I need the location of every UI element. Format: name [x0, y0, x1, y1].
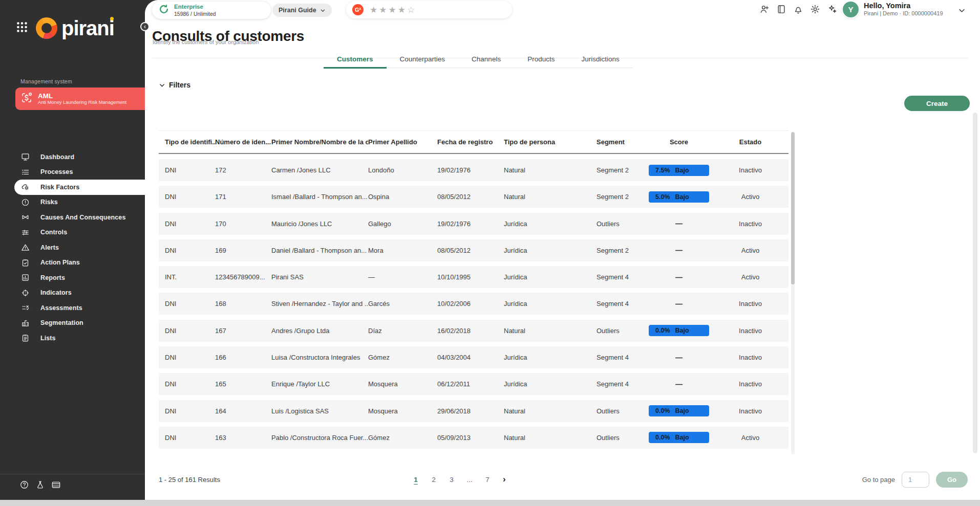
sidebar-item-dashboard[interactable]: Dashboard: [0, 149, 145, 165]
sidebar-item-controls[interactable]: Controls: [0, 225, 145, 240]
pirani-guide-button[interactable]: Pirani Guide: [272, 4, 332, 17]
apps-grid-icon[interactable]: [15, 20, 29, 36]
g2-rating-pill[interactable]: G² ★★★★☆: [346, 1, 512, 18]
table-header: Tipo de identifi...Número de iden...Prim…: [159, 130, 789, 154]
horizontal-scrollbar[interactable]: [0, 500, 980, 506]
create-button[interactable]: Create: [904, 96, 970, 111]
go-button[interactable]: Go: [936, 472, 968, 488]
cell-tipo_id: DNI: [159, 354, 215, 361]
table-row[interactable]: DNI164Luis /Logistica SASMosquera29/06/2…: [159, 400, 789, 422]
score-percent: 7.5%: [655, 167, 670, 174]
sidebar-item-risks[interactable]: Risks: [0, 195, 145, 210]
column-header-6[interactable]: Tipo de persona: [504, 138, 590, 146]
page-scrollbar[interactable]: [973, 113, 977, 453]
column-header-5[interactable]: Fecha de registro: [437, 138, 504, 146]
sidebar-item-processes[interactable]: Processes: [0, 165, 145, 180]
tab-jurisdictions[interactable]: Jurisdictions: [568, 52, 632, 68]
table-scrollbar[interactable]: [791, 132, 795, 454]
page-number-2[interactable]: 2: [430, 476, 437, 483]
tab-channels[interactable]: Channels: [458, 52, 514, 68]
cell-tipo_id: INT.: [159, 273, 215, 281]
card-icon[interactable]: [51, 480, 61, 492]
help-icon[interactable]: [19, 480, 29, 492]
cell-numero: 123456789009...: [215, 273, 271, 281]
column-header-3[interactable]: Primer Nombre/Nombre de la o...: [271, 138, 368, 146]
page-subtitle: Identify the customers of your organizat…: [153, 39, 259, 45]
table-row[interactable]: DNI172Carmen /Jones LLCLondoño19/02/1976…: [159, 159, 789, 181]
cell-numero: 165: [215, 380, 271, 388]
sidebar-item-alerts[interactable]: Alerts: [0, 240, 145, 255]
table-row[interactable]: DNI168Stiven /Hernandez - Taylor and ...…: [159, 293, 789, 315]
person-add-icon[interactable]: [759, 4, 770, 14]
sidebar-item-risk-factors[interactable]: Risk Factors: [14, 180, 145, 195]
table-row[interactable]: DNI165Enrique /Taylor LLCMosquera06/12/2…: [159, 373, 789, 395]
sidebar-item-label: Alerts: [40, 244, 59, 251]
sidebar-item-aml[interactable]: AML Anti Money Laundering Risk Managemen…: [15, 87, 145, 110]
next-page-button[interactable]: ›: [503, 474, 506, 485]
cell-tipo_id: DNI: [159, 407, 215, 415]
page-number-7[interactable]: 7: [484, 476, 491, 483]
sidebar-item-action-plans[interactable]: Action Plans: [0, 255, 145, 271]
cell-estado: Activo: [712, 273, 789, 281]
table-row[interactable]: INT.123456789009...Pirani SAS—10/10/1995…: [159, 266, 789, 288]
column-header-2[interactable]: Número de iden...: [215, 138, 271, 146]
cell-estado: Inactivo: [712, 300, 789, 307]
user-labels: Hello, Yomira Pirani | Demo · ID: 000000…: [864, 2, 943, 17]
sidebar-item-assessments[interactable]: Assessments: [0, 300, 145, 316]
table-row[interactable]: DNI166Luisa /Constructora IntegralesGóme…: [159, 346, 789, 368]
cell-tipo_persona: Natural: [504, 193, 590, 201]
sidebar-collapse-button[interactable]: ‹: [140, 22, 150, 31]
table-row[interactable]: DNI167Andres /Grupo LtdaDíaz16/02/2018Na…: [159, 320, 789, 342]
cell-tipo_id: DNI: [159, 166, 215, 174]
column-header-8[interactable]: Score: [646, 138, 712, 146]
page-number-3[interactable]: 3: [448, 476, 455, 483]
page-number-1[interactable]: 1: [412, 476, 419, 483]
assessments-icon: [21, 303, 30, 312]
cell-primer_nombre: Ismael /Ballard - Thompson an...: [271, 193, 368, 201]
page-ellipsis: ...: [466, 476, 473, 483]
table-row[interactable]: DNI169Daniel /Ballard - Thompson an...Mo…: [159, 239, 789, 261]
table-row[interactable]: DNI163Pablo /Constructora Roca Fuer...Gó…: [159, 427, 789, 449]
tab-bar: CustomersCounterpartiesChannelsProductsJ…: [324, 52, 633, 68]
cell-tipo_persona: Jurídica: [504, 300, 590, 307]
tab-products[interactable]: Products: [514, 52, 568, 68]
column-header-9[interactable]: Estado: [712, 138, 789, 146]
column-header-1[interactable]: Tipo de identifi...: [159, 138, 215, 146]
cell-segment: Segment 4: [590, 273, 646, 281]
sidebar-item-label: Risks: [40, 199, 58, 206]
cell-primer_nombre: Enrique /Taylor LLC: [271, 380, 368, 388]
score-level: Bajo: [675, 167, 689, 174]
cell-primer_nombre: Luisa /Constructora Integrales: [271, 354, 368, 361]
sidebar-item-segmentation[interactable]: Segmentation: [0, 316, 145, 331]
goto-page-input[interactable]: [902, 472, 929, 488]
table-row[interactable]: DNI171Ismael /Ballard - Thompson an...Os…: [159, 186, 789, 208]
user-menu[interactable]: Y Hello, Yomira Pirani | Demo · ID: 0000…: [843, 2, 943, 17]
bell-icon[interactable]: [793, 4, 803, 14]
cell-numero: 169: [215, 247, 271, 254]
book-icon[interactable]: [776, 4, 786, 14]
user-chevron-down-icon[interactable]: [958, 7, 966, 16]
sidebar-item-causes-and-consequences[interactable]: Causes And Consequences: [0, 210, 145, 225]
sidebar-item-indicators[interactable]: Indicators: [0, 285, 145, 301]
cell-numero: 167: [215, 327, 271, 335]
filters-toggle[interactable]: Filters: [159, 81, 190, 89]
sparkles-icon[interactable]: [827, 4, 837, 14]
cell-fecha: 05/09/2013: [437, 434, 504, 442]
sidebar-item-lists[interactable]: Lists: [0, 331, 145, 346]
main-content-card: Enterprise 15986 / Unlimited Pirani Guid…: [145, 0, 980, 500]
table-scrollbar-thumb[interactable]: [791, 132, 795, 284]
plan-pill[interactable]: Enterprise 15986 / Unlimited: [152, 2, 271, 19]
controls-icon: [21, 228, 30, 237]
column-header-7[interactable]: Segment: [590, 138, 646, 146]
cell-score: 0.0%Bajo: [646, 405, 712, 416]
cell-score: 0.0%Bajo: [646, 432, 712, 443]
column-header-4[interactable]: Primer Apellido: [368, 138, 437, 146]
flask-icon[interactable]: [35, 480, 45, 492]
cell-tipo_persona: Natural: [504, 327, 590, 335]
tab-counterparties[interactable]: Counterparties: [387, 52, 459, 68]
tab-customers[interactable]: Customers: [324, 52, 387, 69]
sidebar-item-reports[interactable]: Reports: [0, 270, 145, 285]
gear-icon[interactable]: [810, 4, 820, 14]
cell-primer_apellido: Londoño: [368, 166, 437, 174]
table-row[interactable]: DNI170Mauricio /Jones LLCGallego19/02/19…: [159, 213, 789, 235]
